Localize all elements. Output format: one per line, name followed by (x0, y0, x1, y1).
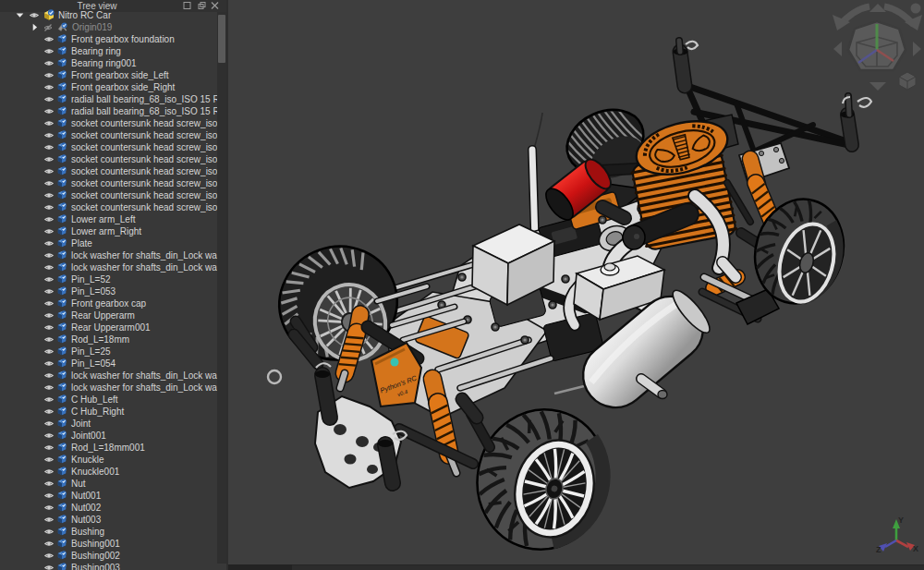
svg-text:Z: Z (876, 545, 881, 554)
svg-text:X: X (913, 544, 918, 553)
svg-text:Y: Y (898, 515, 904, 525)
